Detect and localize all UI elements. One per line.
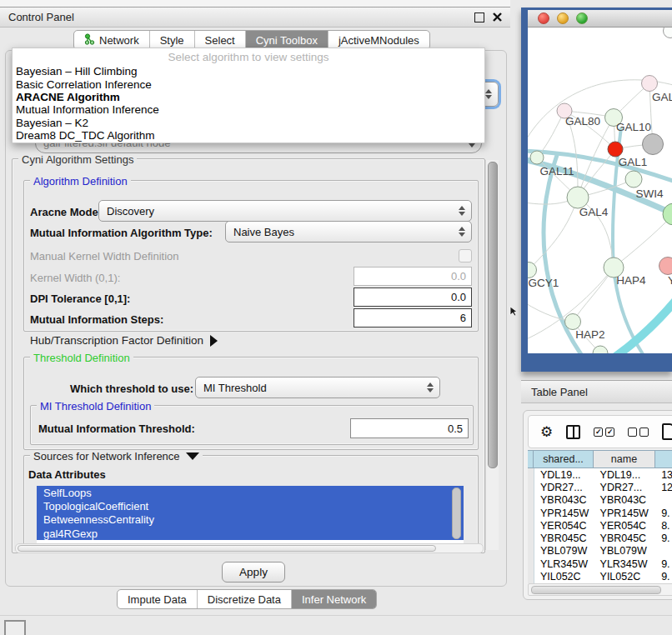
table-cell[interactable]: YER054C	[594, 520, 656, 532]
aracne-mode-combo[interactable]: Discovery	[98, 200, 472, 222]
table-cell[interactable]: YDL19...	[534, 469, 594, 481]
table-row[interactable]: YLR345WYLR345W9.	[528, 558, 672, 570]
table-cell[interactable]: YBR043C	[534, 494, 594, 506]
table-cell[interactable]: YBL079W	[534, 545, 594, 557]
table-row[interactable]: YDR27...YDR27...12	[528, 481, 672, 493]
sources-group-title-row[interactable]: Sources for Network Inference	[30, 450, 203, 462]
network-node-y[interactable]	[659, 258, 672, 275]
table-cell[interactable]: 9.	[655, 571, 672, 582]
table-cell[interactable]: 12	[655, 482, 672, 493]
algorithm-option[interactable]: Mutual Information Inference	[13, 103, 484, 116]
table-cell[interactable]: YER054C	[534, 520, 594, 532]
mi-threshold-field[interactable]: 0.5	[350, 418, 469, 438]
network-node-gal11[interactable]	[530, 151, 544, 164]
table-body[interactable]: YDL19...YDL19...13YDR27...YDR27...12YBR0…	[528, 468, 672, 583]
table-cell[interactable]: YDL19...	[594, 469, 656, 481]
table-cell[interactable]: YBL079W	[594, 545, 656, 557]
network-node[interactable]	[643, 134, 664, 155]
table-hscrollbar[interactable]	[528, 583, 672, 596]
attribute-item[interactable]: SelfLoops	[37, 486, 464, 499]
columns-icon[interactable]	[566, 425, 580, 439]
tab-infer-network[interactable]: Infer Network	[291, 590, 376, 608]
network-node[interactable]	[608, 142, 623, 157]
algorithm-option[interactable]: Basic Correlation Inference	[13, 78, 484, 90]
apply-button[interactable]: Apply	[222, 562, 285, 582]
table-cell[interactable]: YLR345W	[594, 558, 656, 570]
algorithm-option[interactable]: ARACNE Algorithm	[13, 91, 484, 103]
document-icon[interactable]	[662, 423, 672, 440]
table-cell[interactable]: YBR045C	[534, 532, 594, 544]
table-cell[interactable]: 8.	[655, 520, 672, 532]
column-header-name[interactable]: name	[594, 450, 655, 468]
tab-impute-data[interactable]: Impute Data	[118, 590, 197, 608]
network-canvas[interactable]: GALGAL80GAL10GAL1GAL11GAL4SWI4GCY1HAP4YH…	[528, 28, 672, 353]
table-row[interactable]: YDL19...YDL19...13	[528, 468, 672, 481]
hub-definition-section[interactable]: Hub/Transcription Factor Definition	[30, 334, 218, 347]
table-row[interactable]: YER054CYER054C8.	[528, 519, 672, 532]
which-threshold-combo[interactable]: MI Threshold	[195, 377, 440, 398]
table-row[interactable]: YBL079WYBL079W	[528, 545, 672, 558]
table-cell[interactable]: 13	[655, 469, 672, 481]
table-row[interactable]: YBR043CYBR043C	[528, 494, 672, 507]
table-cell[interactable]: YBR045C	[594, 532, 656, 544]
mi-type-combo[interactable]: Naive Bayes	[225, 221, 472, 242]
tab-jactivemnodules[interactable]: jActiveMNodules	[328, 31, 429, 49]
settings-hscrollbar[interactable]	[15, 543, 484, 553]
tab-network[interactable]: Network	[74, 31, 149, 49]
unchecked-columns-icon[interactable]	[628, 428, 649, 437]
checked-columns-icon[interactable]: ✓✓	[594, 428, 614, 437]
combo-stepper-icon	[459, 227, 465, 237]
table-cell[interactable]: YPR145W	[594, 508, 656, 519]
tab-cyni-toolbox[interactable]: Cyni Toolbox	[245, 31, 328, 49]
tab-select[interactable]: Select	[194, 31, 245, 49]
which-threshold-value: MI Threshold	[203, 382, 267, 394]
column-header-third[interactable]	[655, 450, 672, 468]
mi-steps-field[interactable]: 6	[354, 308, 472, 328]
algorithm-option[interactable]: Bayesian – Hill Climbing	[13, 65, 484, 78]
table-cell[interactable]: 9.	[655, 532, 672, 544]
float-icon[interactable]	[474, 12, 484, 22]
dpi-tolerance-field[interactable]: 0.0	[354, 288, 472, 307]
minimize-traffic-light-icon[interactable]	[557, 12, 569, 24]
zoom-traffic-light-icon[interactable]	[576, 12, 588, 24]
table-cell[interactable]: 9.	[655, 558, 672, 570]
column-header-shared-name[interactable]: shared...	[534, 450, 594, 468]
table-cell[interactable]: YIL052C	[534, 571, 594, 582]
gear-icon[interactable]: ⚙	[540, 423, 553, 441]
table-cell[interactable]: YIL052C	[594, 571, 656, 582]
attribute-item[interactable]: TopologicalCoefficient	[37, 499, 464, 512]
algorithm-option[interactable]: Bayesian – K2	[13, 117, 484, 129]
settings-vscrollbar[interactable]	[485, 160, 499, 550]
tab-cyni-toolbox-label: Cyni Toolbox	[256, 34, 318, 47]
network-node-hap2[interactable]	[565, 314, 581, 330]
table-row[interactable]: YPR145WYPR145W9.	[528, 507, 672, 519]
table-cell[interactable]: 9.	[655, 508, 672, 519]
attributes-scrollbar[interactable]	[452, 488, 461, 539]
attribute-item[interactable]: gal4RGexp	[37, 527, 464, 540]
kernel-width-field[interactable]: 0.0	[354, 267, 472, 286]
network-node-gcy1[interactable]	[528, 262, 537, 278]
tab-discretize-data[interactable]: Discretize Data	[197, 590, 291, 608]
settings-vscroll-thumb[interactable]	[488, 162, 498, 468]
network-window-titlebar[interactable]	[528, 10, 672, 28]
close-icon[interactable]	[493, 12, 502, 22]
network-node-gal1[interactable]	[625, 171, 642, 188]
table-cell[interactable]: YPR145W	[534, 508, 594, 519]
docked-panel-icon[interactable]	[4, 620, 26, 635]
table-row[interactable]: YBR045CYBR045C9.	[528, 532, 672, 544]
table-cell[interactable]: YLR345W	[534, 558, 594, 570]
data-attributes-list[interactable]: SelfLoopsTopologicalCoefficientBetweenne…	[37, 486, 464, 543]
table-cell[interactable]: YDR27...	[594, 482, 656, 493]
settings-hscroll-thumb[interactable]	[18, 545, 436, 552]
table-hscroll-thumb[interactable]	[531, 586, 661, 594]
table-cell[interactable]: YBR043C	[594, 494, 656, 506]
algorithm-option[interactable]: Dream8 DC_TDC Algorithm	[13, 129, 484, 142]
manual-kernel-checkbox[interactable]	[459, 249, 472, 262]
tab-style[interactable]: Style	[149, 31, 194, 49]
network-node[interactable]	[664, 28, 672, 38]
table-row[interactable]: YIL052CYIL052C9.	[528, 570, 672, 582]
close-traffic-light-icon[interactable]	[538, 12, 549, 24]
network-node-gal[interactable]	[642, 76, 658, 92]
table-cell[interactable]: YDR27...	[534, 482, 594, 493]
attribute-item[interactable]: BetweennessCentrality	[37, 513, 464, 527]
